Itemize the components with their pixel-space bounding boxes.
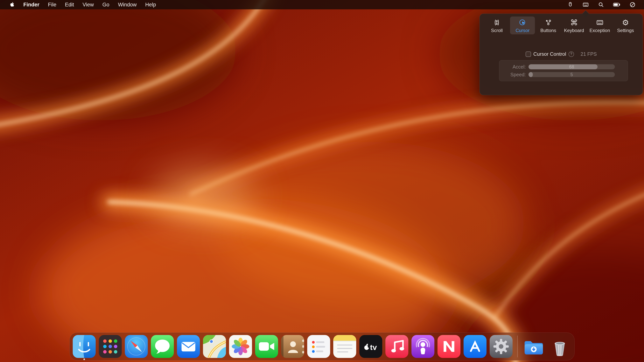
- podcasts-icon: [412, 335, 434, 358]
- tab-exception-label: Exception: [590, 28, 610, 33]
- dock-item-safari[interactable]: [125, 335, 148, 358]
- menu-window[interactable]: Window: [114, 2, 141, 8]
- cursor-icon: [518, 18, 526, 27]
- news-icon: [438, 335, 460, 358]
- app-store-icon: [464, 335, 486, 358]
- keyboard-icon[interactable]: [582, 1, 589, 8]
- command-icon: ⌘: [570, 18, 578, 27]
- tab-scroll-label: Scroll: [491, 28, 503, 33]
- tab-buttons-label: Buttons: [540, 28, 556, 33]
- dock-item-maps[interactable]: [203, 335, 226, 358]
- gear-icon: ⚙: [622, 18, 629, 27]
- system-settings-icon: [490, 335, 512, 358]
- tab-exception[interactable]: Exception: [588, 16, 612, 34]
- buttons-icon: [544, 18, 552, 27]
- speed-slider[interactable]: 5: [528, 72, 615, 77]
- dock-item-app-store[interactable]: [464, 335, 486, 358]
- notes-icon: [333, 335, 356, 358]
- finder-icon: [73, 335, 96, 358]
- accel-value: 68: [528, 64, 615, 69]
- finder-running-indicator: [84, 359, 85, 360]
- fps-readout: 21 FPS: [580, 51, 597, 57]
- apple-tv-icon: tv: [359, 335, 382, 358]
- speed-value: 5: [528, 72, 615, 77]
- mouse-utility-popover: Scroll Cursor: [480, 13, 643, 95]
- dock-item-podcasts[interactable]: [412, 335, 434, 358]
- tab-keyboard[interactable]: ⌘ Keyboard: [562, 16, 586, 34]
- trash-icon: [548, 335, 571, 358]
- downloads-folder-icon: [522, 335, 545, 358]
- safari-icon: [125, 335, 148, 358]
- dock-separator: [517, 336, 518, 357]
- tab-settings[interactable]: ⚙ Settings: [613, 16, 638, 34]
- dock-item-facetime[interactable]: [255, 335, 278, 358]
- maps-icon: [203, 335, 226, 358]
- dock-item-mail[interactable]: [177, 335, 200, 358]
- scroll-icon: [493, 18, 501, 27]
- dock-item-notes[interactable]: [333, 335, 356, 358]
- cursor-control-row: Cursor Control ? 21 FPS: [480, 51, 643, 57]
- apple-menu[interactable]: [6, 1, 19, 8]
- dock-item-music[interactable]: [386, 335, 408, 358]
- dock: tv: [70, 333, 574, 361]
- dock-item-contacts[interactable]: [281, 335, 304, 358]
- accel-label: Accel:: [499, 64, 528, 70]
- facetime-icon: [255, 335, 278, 358]
- dock-item-launchpad[interactable]: [99, 335, 122, 358]
- apple-logo-icon: [9, 1, 15, 8]
- menu-bar: Finder File Edit View Go Window Help: [0, 0, 644, 9]
- tab-cursor-label: Cursor: [516, 28, 530, 33]
- mail-icon: [177, 335, 200, 358]
- menu-file[interactable]: File: [44, 2, 61, 8]
- exception-icon: [596, 18, 604, 27]
- menu-edit[interactable]: Edit: [61, 2, 78, 8]
- accel-row: Accel: 68: [499, 63, 628, 71]
- cursor-control-checkbox[interactable]: [526, 51, 531, 57]
- dock-item-system-settings[interactable]: [490, 335, 512, 358]
- dock-item-reminders[interactable]: [307, 335, 330, 358]
- cursor-settings-groupbox: Accel: 68 Speed: 5: [499, 60, 628, 81]
- tab-keyboard-label: Keyboard: [564, 28, 584, 33]
- contacts-icon: [281, 335, 304, 358]
- speed-label: Speed:: [499, 72, 528, 77]
- dock-item-trash[interactable]: [548, 335, 571, 358]
- circle-slash-icon[interactable]: [629, 1, 636, 8]
- dock-item-downloads[interactable]: [522, 335, 545, 358]
- spotlight-search-icon[interactable]: [598, 1, 604, 8]
- accel-slider[interactable]: 68: [528, 64, 615, 69]
- dock-item-news[interactable]: [438, 335, 460, 358]
- tab-scroll[interactable]: Scroll: [484, 16, 509, 34]
- help-icon[interactable]: ?: [568, 51, 574, 57]
- dock-item-finder[interactable]: [73, 335, 96, 358]
- menu-view[interactable]: View: [78, 2, 98, 8]
- svg-text:tv: tv: [370, 343, 377, 352]
- mouse-icon[interactable]: [567, 1, 574, 8]
- reminders-icon: [307, 335, 330, 358]
- menu-help[interactable]: Help: [141, 2, 160, 8]
- music-icon: [386, 335, 408, 358]
- photos-icon: [229, 335, 252, 358]
- launchpad-icon: [99, 335, 122, 358]
- tab-cursor[interactable]: Cursor: [510, 16, 535, 34]
- dock-item-photos[interactable]: [229, 335, 252, 358]
- messages-icon: [151, 335, 174, 358]
- menu-go[interactable]: Go: [98, 2, 114, 8]
- active-app-name[interactable]: Finder: [19, 2, 44, 8]
- dock-item-messages[interactable]: [151, 335, 174, 358]
- cursor-control-label: Cursor Control: [533, 51, 566, 57]
- battery-icon[interactable]: [613, 1, 621, 8]
- tab-settings-label: Settings: [617, 28, 634, 33]
- speed-row: Speed: 5: [499, 71, 628, 78]
- popover-tab-bar: Scroll Cursor: [480, 14, 643, 34]
- tab-buttons[interactable]: Buttons: [536, 16, 561, 34]
- dock-item-tv[interactable]: tv: [359, 335, 382, 358]
